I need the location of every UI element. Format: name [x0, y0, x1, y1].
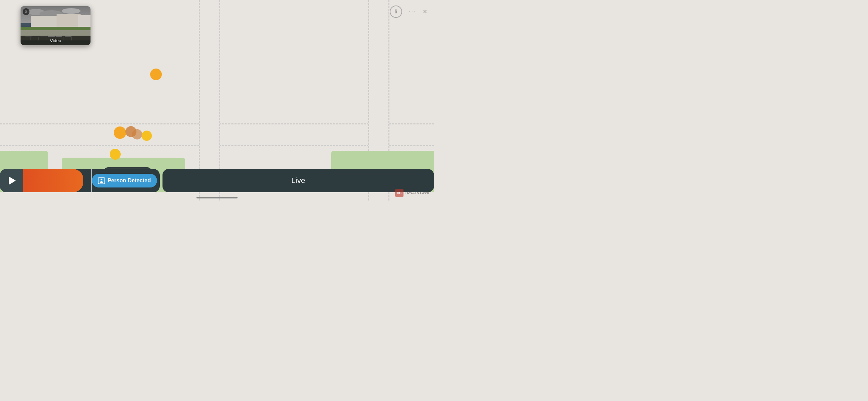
more-options-button[interactable]: ···	[408, 7, 417, 16]
timeline-orange-segment	[23, 169, 83, 192]
play-icon	[9, 177, 16, 185]
map-dot-4	[132, 129, 142, 139]
top-controls: ℹ ··· ×	[390, 5, 427, 18]
live-label: Live	[291, 176, 305, 185]
timeline-panel: Person Detected	[0, 169, 160, 192]
play-button[interactable]	[0, 169, 23, 192]
map-dot-6	[110, 149, 121, 160]
map-dot-2	[114, 126, 126, 139]
info-button[interactable]: ℹ	[390, 5, 402, 18]
bottom-handle	[196, 197, 238, 198]
close-button[interactable]: ×	[423, 7, 427, 16]
person-detected-label: Person Detected	[108, 178, 151, 184]
timeline-track[interactable]: Person Detected	[23, 169, 160, 192]
video-close-button[interactable]: ×	[23, 8, 29, 15]
person-detected-pill[interactable]: Person Detected	[92, 174, 157, 187]
video-thumbnail: Video ×	[21, 6, 91, 45]
svg-point-1	[100, 179, 102, 180]
htg-logo: HG	[395, 189, 403, 197]
live-panel[interactable]: Live	[162, 169, 434, 192]
map-dot-5	[142, 131, 152, 141]
close-icon: ×	[423, 7, 427, 16]
watermark-text: How-To Geek	[406, 191, 429, 195]
map-dot-1	[150, 69, 162, 80]
bottom-bar: Person Detected Live	[0, 169, 434, 192]
video-label-bar: Video	[21, 36, 91, 45]
info-icon: ℹ	[395, 9, 397, 15]
watermark: HG How-To Geek	[395, 189, 429, 197]
video-close-icon: ×	[25, 9, 27, 14]
more-icon: ···	[408, 7, 417, 16]
video-label: Video	[50, 38, 61, 43]
cloud-3	[62, 8, 81, 14]
foreground-concrete	[21, 30, 91, 36]
person-detected-icon	[98, 177, 105, 184]
